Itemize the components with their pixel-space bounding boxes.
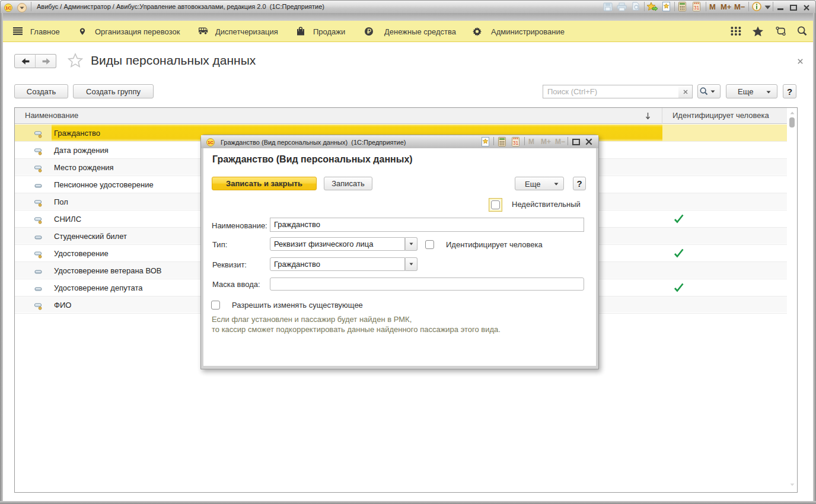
svg-text:31: 31 [513,140,519,146]
svg-text:1C: 1C [5,5,11,11]
svg-text:1C: 1C [208,140,213,145]
svg-text:31: 31 [694,5,700,11]
